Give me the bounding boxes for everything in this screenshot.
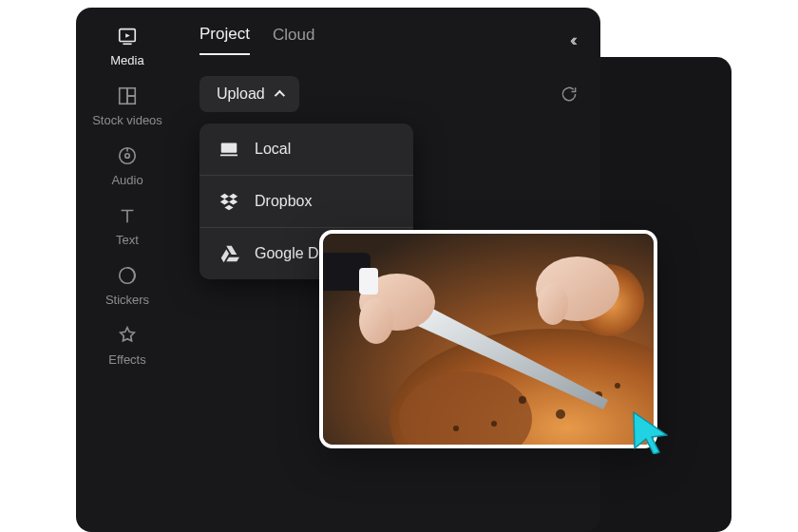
svg-point-23	[538, 283, 568, 325]
stickers-icon	[116, 264, 139, 287]
toolbar: Upload	[200, 76, 580, 112]
svg-point-16	[491, 421, 497, 427]
menu-item-label: Local	[255, 141, 291, 158]
sidebar-item-effects[interactable]: Effects	[108, 324, 146, 367]
sidebar-item-label: Audio	[111, 173, 142, 187]
refresh-button[interactable]	[559, 84, 580, 104]
sidebar-item-media[interactable]: Media	[110, 25, 143, 67]
svg-point-6	[125, 154, 130, 159]
sidebar-item-text[interactable]: Text	[116, 204, 139, 247]
menu-item-dropbox[interactable]: Dropbox	[200, 175, 413, 227]
svg-point-19	[615, 383, 620, 389]
sidebar-item-stock-videos[interactable]: Stock videos	[92, 85, 162, 127]
chevron-up-icon	[274, 90, 284, 101]
svg-point-25	[359, 298, 393, 344]
sidebar-item-label: Effects	[108, 352, 146, 367]
upload-button[interactable]: Upload	[200, 76, 299, 112]
svg-rect-4	[127, 96, 135, 104]
media-thumbnail[interactable]	[319, 230, 657, 448]
upload-button-label: Upload	[217, 86, 265, 103]
svg-point-15	[556, 409, 565, 419]
stock-videos-icon	[116, 85, 139, 107]
menu-item-label: Dropbox	[255, 193, 312, 210]
tab-cloud[interactable]: Cloud	[273, 26, 314, 54]
svg-rect-3	[127, 88, 135, 96]
sidebar-item-label: Stock videos	[92, 113, 162, 127]
desktop-icon	[218, 139, 239, 160]
text-icon	[116, 204, 139, 227]
sidebar-item-stickers[interactable]: Stickers	[105, 264, 149, 307]
sidebar-item-label: Text	[116, 233, 139, 247]
sidebar-item-label: Stickers	[105, 293, 149, 307]
panel-tabs: Project Cloud ‹‹	[200, 25, 580, 55]
sidebar-item-audio[interactable]: Audio	[111, 144, 142, 187]
google-drive-icon	[218, 243, 239, 264]
svg-rect-8	[221, 143, 238, 153]
dropbox-icon	[218, 191, 239, 212]
audio-icon	[116, 144, 139, 167]
svg-rect-9	[220, 155, 238, 157]
svg-rect-27	[359, 268, 378, 294]
media-icon	[116, 25, 139, 48]
tab-project[interactable]: Project	[200, 25, 250, 55]
effects-icon	[116, 324, 139, 347]
svg-point-18	[453, 426, 459, 431]
tool-sidebar: Media Stock videos Audio	[76, 8, 179, 532]
svg-rect-2	[120, 88, 127, 104]
sidebar-item-label: Media	[110, 53, 143, 67]
menu-item-local[interactable]: Local	[200, 124, 413, 175]
collapse-panel-button[interactable]: ‹‹	[570, 30, 580, 50]
svg-point-14	[519, 396, 526, 404]
